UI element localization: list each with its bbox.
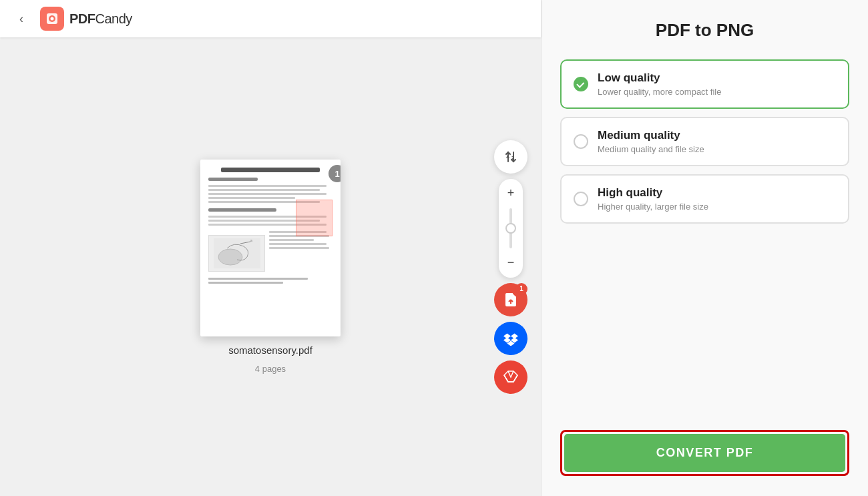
pdf-line: [208, 193, 327, 195]
quality-desc-high: Higher quality, larger file size: [598, 202, 708, 212]
pdf-figure-row: a: [208, 231, 333, 276]
pdf-line: [208, 197, 295, 199]
quality-title-medium: Medium quality: [598, 129, 704, 142]
pdf-preview: 1: [200, 160, 341, 374]
file-pages: 4 pages: [255, 364, 286, 374]
pdf-section-2: [208, 208, 276, 212]
quality-options: Low quality Lower quality, more compact …: [560, 59, 849, 411]
quality-option-high[interactable]: High quality Higher quality, larger file…: [560, 174, 849, 224]
pdf-caption-2: [208, 282, 283, 284]
logo-text-bold: PDF: [69, 11, 95, 26]
zoom-slider-thumb[interactable]: [505, 223, 516, 234]
zoom-slider-track: [509, 208, 512, 248]
action-buttons: 1: [494, 283, 527, 394]
pdf-line: [269, 247, 329, 249]
quality-desc-medium: Medium quality and file size: [598, 144, 704, 154]
quality-title-low: Low quality: [598, 71, 721, 85]
pdf-caption: [208, 278, 308, 280]
panel-title: PDF to PNG: [560, 20, 849, 41]
logo-icon: [40, 7, 64, 31]
pdf-line: [269, 243, 327, 245]
pdf-section-sim: [208, 178, 258, 181]
back-button[interactable]: ‹: [11, 8, 32, 29]
top-bar: ‹ PDFCandy: [0, 0, 541, 37]
svg-point-4: [218, 249, 242, 265]
toolbar: A Z + −: [494, 140, 527, 394]
radio-medium: [574, 134, 588, 149]
pdf-thumbnail: 1: [200, 160, 341, 336]
svg-text:Z: Z: [511, 156, 515, 160]
convert-button-wrapper: CONVERT PDF: [560, 430, 849, 476]
quality-text-medium: Medium quality Medium quality and file s…: [598, 129, 704, 154]
quality-desc-low: Lower quality, more compact file: [598, 87, 721, 97]
quality-option-medium[interactable]: Medium quality Medium quality and file s…: [560, 117, 849, 166]
pdf-title-sim: [221, 168, 320, 172]
zoom-control: + −: [499, 179, 523, 278]
google-drive-button[interactable]: [494, 360, 527, 394]
svg-text:A: A: [506, 154, 509, 159]
radio-low: [574, 77, 588, 91]
logo-area: PDFCandy: [40, 7, 132, 31]
upload-badge: 1: [515, 283, 527, 295]
radio-high: [574, 192, 588, 206]
quality-text-low: Low quality Lower quality, more compact …: [598, 71, 721, 97]
quality-title-high: High quality: [598, 186, 708, 200]
svg-point-2: [51, 17, 54, 21]
dropbox-button[interactable]: [494, 322, 527, 355]
zoom-in-button[interactable]: +: [499, 184, 523, 203]
pdf-line: [208, 189, 320, 191]
file-name: somatosensory.pdf: [228, 344, 312, 356]
logo-text-light: Candy: [95, 11, 132, 26]
pdf-line: [208, 185, 327, 187]
svg-text:a: a: [250, 238, 252, 242]
quality-option-low[interactable]: Low quality Lower quality, more compact …: [560, 59, 849, 109]
zoom-out-button[interactable]: −: [499, 254, 523, 272]
left-panel: ‹ PDFCandy 1: [0, 0, 541, 496]
right-panel: PDF to PNG Low quality Lower quality, mo…: [541, 0, 868, 496]
convert-button[interactable]: CONVERT PDF: [564, 434, 845, 472]
pdf-highlight: [296, 200, 333, 236]
content-area: 1: [0, 37, 541, 496]
pdf-figure: a: [208, 235, 265, 272]
sort-button[interactable]: A Z: [494, 140, 527, 174]
pdf-content-simulation: a: [208, 168, 333, 328]
logo-text: PDFCandy: [69, 11, 132, 27]
pdf-line: [269, 239, 314, 241]
upload-button[interactable]: 1: [494, 283, 527, 316]
quality-text-high: High quality Higher quality, larger file…: [598, 186, 708, 212]
